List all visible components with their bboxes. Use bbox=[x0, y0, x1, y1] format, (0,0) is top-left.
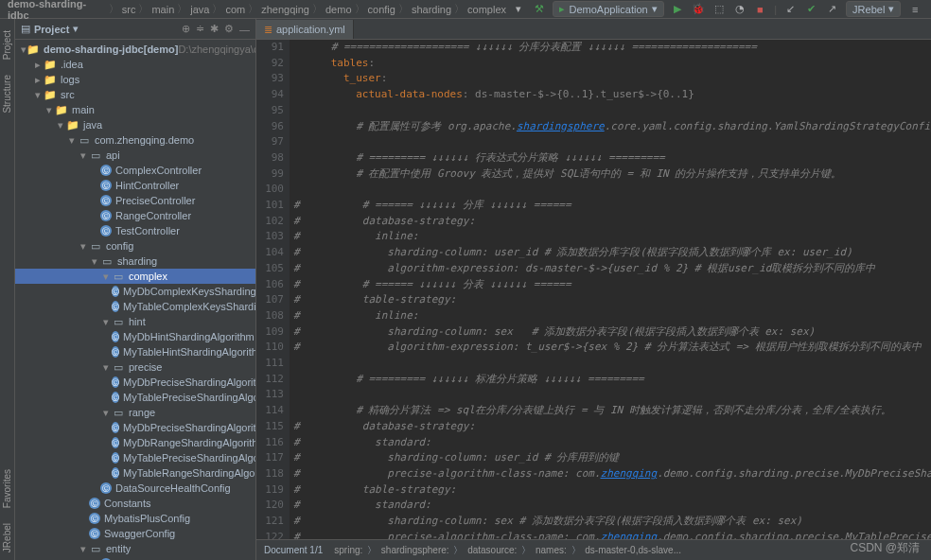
tree-item[interactable]: ▾📁main bbox=[15, 102, 255, 117]
tab-application-yml[interactable]: ≣ application.yml bbox=[256, 20, 354, 39]
tree-item[interactable]: ⒸMyDbPreciseShardingAlgorithm bbox=[15, 375, 255, 390]
tree-item[interactable]: ⒸMyTableHintShardingAlgorithm bbox=[15, 344, 255, 359]
editor-area: ≣ application.yml 91 92 93 94 95 96 97 9… bbox=[256, 19, 931, 560]
gutter-jrebel[interactable]: JRebel bbox=[0, 516, 14, 560]
tree-item[interactable]: ▾▭precise bbox=[15, 359, 255, 375]
editor-tabs: ≣ application.yml bbox=[256, 19, 931, 40]
git-update-icon[interactable]: ↙ bbox=[783, 2, 799, 17]
build-icon[interactable]: ▾ bbox=[511, 2, 526, 17]
line-number-gutter: 91 92 93 94 95 96 97 98 99 100 101 102 1… bbox=[256, 40, 290, 539]
tree-item[interactable]: ⒸSwaggerConfig bbox=[15, 526, 255, 541]
tree-item[interactable]: ⒸRangeController bbox=[15, 208, 255, 223]
tree-item[interactable]: ⒸMyTableComplexKeysShardingAlgorithm bbox=[15, 299, 255, 314]
tree-item[interactable]: ⒸMyDbHintShardingAlgorithm bbox=[15, 329, 255, 344]
tree-item[interactable]: ▾📁src bbox=[15, 87, 255, 102]
tree-item[interactable]: ⒸMyTablePreciseShardingAlgorithm bbox=[15, 390, 255, 405]
hammer-icon[interactable]: ⚒ bbox=[532, 2, 547, 17]
gutter-project[interactable]: Project bbox=[0, 23, 14, 67]
coverage-icon[interactable]: ⬚ bbox=[711, 2, 727, 17]
settings-icon[interactable]: ⚙ bbox=[224, 23, 234, 35]
tree-item[interactable]: ▸📁.idea bbox=[15, 57, 255, 72]
gutter-structure[interactable]: Structure bbox=[0, 67, 14, 121]
run-config-selector[interactable]: ▸DemoApplication▾ bbox=[553, 1, 663, 17]
project-tree[interactable]: ▾📁demo-sharding-jdbc [demo] D:\zhengqing… bbox=[15, 40, 255, 560]
tree-item[interactable]: ▾▭com.zhengqing.demo bbox=[15, 132, 255, 148]
project-tool-window: ▤ Project ▾ ⊕ ≑ ✱ ⚙ — ▾📁demo-sharding-jd… bbox=[15, 19, 256, 560]
tree-item[interactable]: ▾📁java bbox=[15, 117, 255, 132]
menu-icon[interactable]: ≡ bbox=[907, 2, 922, 17]
tree-item[interactable]: ⒸConstants bbox=[15, 496, 255, 511]
stop-icon[interactable]: ■ bbox=[752, 2, 767, 17]
tree-item[interactable]: ▾▭config bbox=[15, 238, 255, 254]
expand-all-icon[interactable]: ≑ bbox=[196, 23, 204, 35]
left-gutter: Project Structure Favorites JRebel bbox=[0, 19, 15, 560]
tree-item[interactable]: ▾📁demo-sharding-jdbc [demo] D:\zhengqing… bbox=[15, 42, 255, 57]
tree-item[interactable]: ⒸMyDbRangeShardingAlgorithm bbox=[15, 435, 255, 450]
project-panel-title: Project bbox=[34, 24, 69, 35]
panel-menu-icon[interactable]: ▤ bbox=[21, 23, 30, 35]
debug-icon[interactable]: 🐞 bbox=[691, 2, 706, 17]
tree-item[interactable]: ⒸPreciseController bbox=[15, 193, 255, 208]
tree-item[interactable]: ⒸMyTablePreciseShardingAlgorithm bbox=[15, 450, 255, 465]
navigation-bar: demo-sharding-jdbc 〉src 〉main 〉java 〉com… bbox=[0, 0, 931, 19]
profile-icon[interactable]: ◔ bbox=[732, 2, 747, 17]
tree-item[interactable]: ⒸMyTableRangeShardingAlgorithm bbox=[15, 465, 255, 481]
tree-item[interactable]: ▾▭sharding bbox=[15, 254, 255, 269]
tree-item[interactable]: ▾▭range bbox=[15, 405, 255, 420]
run-icon[interactable]: ▶ bbox=[671, 2, 686, 17]
tree-item[interactable]: ▾▭complex bbox=[15, 269, 255, 284]
gutter-favorites[interactable]: Favorites bbox=[0, 462, 14, 516]
breadcrumb-path[interactable]: spring: 〉 shardingsphere: 〉 datasource: … bbox=[332, 544, 683, 557]
git-push-icon[interactable]: ↗ bbox=[824, 2, 839, 17]
tree-item[interactable]: ⒸUser bbox=[15, 556, 255, 560]
tree-item[interactable]: ⒸDataSourceHealthConfig bbox=[15, 481, 255, 496]
git-commit-icon[interactable]: ✔ bbox=[804, 2, 819, 17]
yml-file-icon: ≣ bbox=[264, 24, 272, 36]
collapse-icon[interactable]: ✱ bbox=[210, 23, 219, 35]
code-content[interactable]: # ==================== ↓↓↓↓↓↓ 分库分表配置 ↓↓↓… bbox=[290, 40, 931, 539]
tree-item[interactable]: ⒸMybatisPlusConfig bbox=[15, 511, 255, 526]
tree-item[interactable]: ⒸHintController bbox=[15, 178, 255, 193]
jrebel-selector[interactable]: JRebel▾ bbox=[846, 1, 901, 17]
tree-item[interactable]: ⒸComplexController bbox=[15, 163, 255, 178]
tree-item[interactable]: ▾▭entity bbox=[15, 541, 255, 556]
tree-item[interactable]: ▾▭hint bbox=[15, 314, 255, 329]
status-bar: Document 1/1 spring: 〉 shardingsphere: 〉… bbox=[256, 539, 931, 560]
watermark: CSDN @郑清 bbox=[850, 540, 920, 556]
tree-item[interactable]: ⒸMyDbComplexKeysShardingAlgorithm bbox=[15, 284, 255, 299]
select-opened-icon[interactable]: ⊕ bbox=[182, 23, 190, 35]
bc-root[interactable]: demo-sharding-jdbc bbox=[6, 0, 108, 21]
tree-item[interactable]: ⒸTestController bbox=[15, 223, 255, 238]
hide-icon[interactable]: — bbox=[239, 24, 250, 35]
tree-item[interactable]: ⒸMyDbPreciseShardingAlgorithm bbox=[15, 420, 255, 435]
tree-item[interactable]: ▾▭api bbox=[15, 148, 255, 163]
tree-item[interactable]: ▸📁logs bbox=[15, 72, 255, 87]
